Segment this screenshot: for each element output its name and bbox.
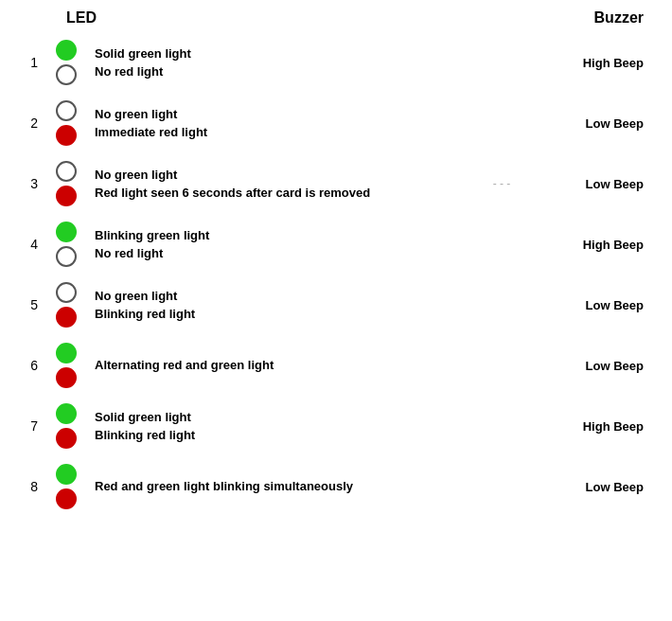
description-line1: Solid green light [95,408,530,427]
table-row: 1Solid green lightNo red lightHigh Beep [19,32,653,93]
table-row: 2No green lightImmediate red lightLow Be… [19,93,653,153]
description-line2: No red light [95,62,530,81]
led-icons [47,464,85,509]
led-description: No green lightImmediate red light [85,105,530,142]
buzzer-value: Low Beep [530,359,653,373]
led-icons [47,100,85,146]
description-line2: No red light [95,244,530,263]
table-row: 6Alternating red and green lightLow Beep [19,335,653,396]
description-line1: No green light [95,287,530,306]
buzzer-value: High Beep [530,238,653,252]
led-icons [47,161,85,206]
description-line1: Red and green light blinking simultaneou… [95,477,530,496]
led-indicator [56,307,77,328]
description-line1: Solid green light [95,44,530,63]
led-description: Solid green lightNo red light [85,44,530,81]
led-description: No green lightRed light seen 6 seconds a… [85,166,473,203]
led-indicator [56,343,77,364]
led-icons [47,403,85,449]
table-row: 7Solid green lightBlinking red lightHigh… [19,396,653,456]
led-indicator [56,64,77,85]
row-number: 2 [19,115,47,131]
led-indicator [56,367,77,388]
table-row: 8Red and green light blinking simultaneo… [19,456,653,517]
led-indicator [56,40,77,61]
row-number: 4 [19,237,47,252]
led-indicator [56,488,77,509]
led-indicator [56,161,77,182]
led-description: Blinking green lightNo red light [85,226,530,263]
led-indicator [56,428,77,449]
led-icons [47,222,85,267]
buzzer-value: Low Beep [530,298,653,312]
led-icons [47,282,85,328]
buzzer-value: Low Beep [530,116,653,131]
row-number: 7 [19,418,47,434]
dashes-separator: - - - [473,177,530,190]
buzzer-column-header: Buzzer [464,9,653,27]
led-icons [47,40,85,85]
description-line1: No green light [95,166,473,185]
description-line1: No green light [95,105,530,124]
table-row: 4Blinking green lightNo red lightHigh Be… [19,214,653,275]
led-indicator [56,403,77,424]
row-number: 1 [19,55,47,70]
table-header: LED Buzzer [19,9,653,32]
led-indicator [56,282,77,303]
table-row: 5No green lightBlinking red lightLow Bee… [19,275,653,335]
led-indicator [56,222,77,242]
led-icons [47,343,85,388]
led-description: Solid green lightBlinking red light [85,408,530,445]
buzzer-value: Low Beep [530,177,653,191]
led-description: Alternating red and green light [85,356,530,375]
buzzer-value: Low Beep [530,480,653,494]
description-line1: Blinking green light [95,226,530,245]
buzzer-value: High Beep [530,419,653,434]
description-line2: Immediate red light [95,123,530,142]
row-number: 6 [19,358,47,373]
led-indicator [56,100,77,121]
description-line2: Blinking red light [95,426,530,445]
led-description: No green lightBlinking red light [85,287,530,324]
led-indicator [56,125,77,146]
table-row: 3No green lightRed light seen 6 seconds … [19,153,653,214]
description-line2: Red light seen 6 seconds after card is r… [95,184,473,203]
row-number: 8 [19,479,47,494]
led-indicator [56,246,77,267]
row-number: 5 [19,297,47,312]
led-indicator [56,186,77,206]
led-column-header: LED [66,9,464,27]
description-line2: Blinking red light [95,305,530,324]
description-line1: Alternating red and green light [95,356,530,375]
row-number: 3 [19,176,47,191]
table-body: 1Solid green lightNo red lightHigh Beep2… [19,32,653,517]
buzzer-value: High Beep [530,56,653,70]
led-indicator [56,464,77,485]
led-description: Red and green light blinking simultaneou… [85,477,530,496]
